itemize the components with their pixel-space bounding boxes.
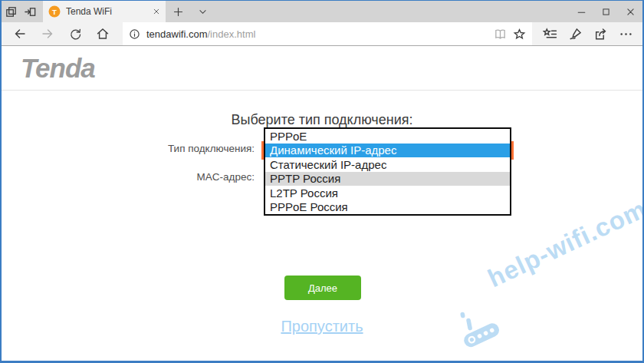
- skip-link-row: Пропустить: [2, 318, 642, 335]
- tab-list-button[interactable]: [190, 1, 215, 22]
- next-button[interactable]: Далее: [284, 276, 361, 300]
- connection-type-dropdown: PPPoE Динамический IP-адрес Статический …: [264, 127, 511, 216]
- toolbar-right-icons: [543, 27, 633, 41]
- tab-preview-button[interactable]: [2, 1, 21, 22]
- hub-favorites-icon[interactable]: [543, 27, 557, 41]
- new-tab-button[interactable]: [166, 1, 190, 22]
- browser-toolbar: tendawifi.com/index.html: [2, 22, 642, 46]
- minimize-button[interactable]: [569, 1, 593, 22]
- minimize-icon: [577, 7, 586, 17]
- chevron-down-icon: [198, 7, 208, 17]
- plus-icon: [172, 6, 184, 18]
- back-button[interactable]: [6, 22, 34, 45]
- svg-text:T: T: [52, 8, 57, 16]
- close-icon: [626, 7, 636, 17]
- browser-tab[interactable]: T Tenda WiFi: [43, 1, 166, 22]
- favorite-star-icon[interactable]: [513, 28, 526, 41]
- page-content: Tenda Выберите тип подключения: Тип подк…: [2, 46, 642, 361]
- share-icon[interactable]: [593, 27, 608, 41]
- maximize-icon: [601, 7, 611, 17]
- refresh-icon: [69, 28, 82, 41]
- address-domain: tendawifi.com: [146, 28, 207, 40]
- address-url: tendawifi.com/index.html: [146, 28, 488, 40]
- close-button[interactable]: [618, 1, 642, 22]
- site-info-icon[interactable]: [129, 28, 140, 40]
- address-path: /index.html: [207, 28, 255, 40]
- mac-address-label: MAC-адрес:: [101, 171, 255, 183]
- page-title: Выберите тип подключения:: [2, 112, 642, 128]
- forward-icon: [41, 27, 54, 41]
- reading-view-icon[interactable]: [494, 28, 507, 41]
- refresh-button[interactable]: [61, 22, 89, 45]
- back-icon: [13, 27, 27, 41]
- dropdown-option-l2tp-russia[interactable]: L2TP Россия: [265, 186, 510, 200]
- dropdown-option-static-ip[interactable]: Статический IP-адрес: [265, 157, 510, 172]
- dropdown-option-pptp-russia[interactable]: PPTP Россия: [265, 172, 510, 186]
- tab-preview-icon: [5, 5, 18, 18]
- select-focus-edge-right: [511, 141, 514, 160]
- window-controls: [569, 1, 642, 22]
- home-icon: [96, 27, 110, 41]
- web-note-pen-icon[interactable]: [568, 27, 583, 41]
- dropdown-option-dynamic-ip[interactable]: Динамический IP-адрес: [265, 144, 510, 158]
- browser-window: T Tenda WiFi: [0, 0, 644, 363]
- address-bar[interactable]: tendawifi.com/index.html: [123, 22, 532, 45]
- more-menu-icon[interactable]: [619, 27, 633, 41]
- connection-type-label: Тип подключения:: [101, 143, 255, 154]
- tenda-favicon: T: [48, 5, 61, 18]
- tab-bar: T Tenda WiFi: [2, 1, 642, 22]
- maximize-button[interactable]: [593, 1, 618, 22]
- forward-button[interactable]: [34, 22, 61, 45]
- tab-close-icon[interactable]: [153, 8, 160, 15]
- dropdown-option-pppoe-russia[interactable]: PPPoE Россия: [265, 200, 510, 215]
- page-header: Tenda: [2, 46, 642, 91]
- dropdown-option-pppoe[interactable]: PPPoE: [265, 129, 510, 144]
- set-tabs-aside-button[interactable]: [21, 1, 40, 22]
- home-button[interactable]: [89, 22, 117, 45]
- set-tabs-aside-icon: [24, 5, 37, 18]
- tab-title: Tenda WiFi: [66, 6, 147, 17]
- skip-link[interactable]: Пропустить: [281, 318, 363, 335]
- tenda-logo: Tenda: [21, 53, 95, 84]
